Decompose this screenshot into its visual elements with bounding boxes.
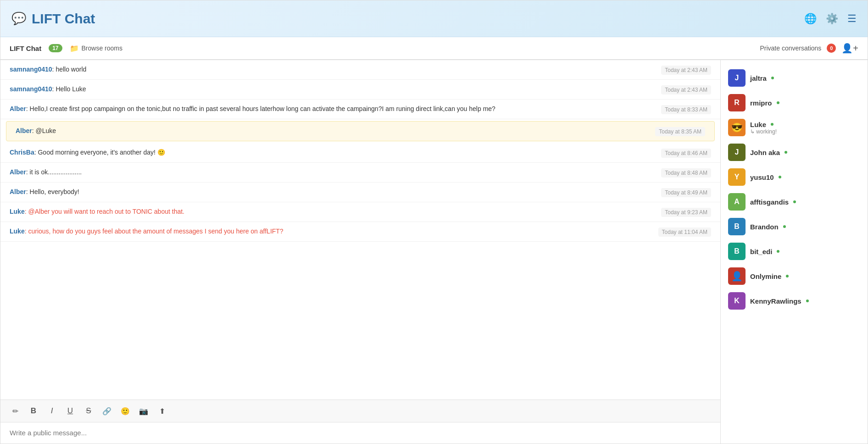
message-text: : Good morning everyone, it's another da…: [34, 149, 165, 156]
toolbar-upload-button[interactable]: ⬆: [155, 404, 169, 418]
user-name: bit_edi: [750, 248, 772, 255]
message-text: : hello world: [52, 66, 87, 73]
user-item-yusu10[interactable]: Yyusu10: [721, 165, 868, 189]
user-status: ↳ working!: [750, 128, 860, 135]
user-item-kennyrawlings[interactable]: KKennyRawlings: [721, 289, 868, 313]
user-info: bit_edi: [750, 248, 860, 255]
user-info: KennyRawlings: [750, 297, 860, 305]
messages-list: samnang0410: hello worldToday at 2:43 AM…: [0, 60, 720, 400]
user-item-rmipro[interactable]: Rrmipro: [721, 90, 868, 115]
message-row: Alber: Hello,I create first pop campaing…: [0, 100, 720, 119]
message-text: : Hello Luke: [52, 85, 86, 93]
room-badge: 17: [49, 44, 62, 52]
online-indicator: [770, 122, 774, 127]
user-name: Luke: [750, 121, 766, 128]
message-author: Luke: [10, 228, 25, 235]
user-name: Onlymine: [750, 272, 781, 280]
message-timestamp: Today at 9:23 AM: [661, 208, 711, 217]
user-item-bit_edi[interactable]: Bbit_edi: [721, 239, 868, 264]
user-name: afftisgandis: [750, 198, 789, 206]
toolbar-pencil-button[interactable]: ✏: [8, 404, 22, 418]
message-text: : curious, how do you guys feel about th…: [25, 228, 284, 235]
menu-icon[interactable]: ☰: [847, 13, 857, 25]
message-row: ChrisBa: Good morning everyone, it's ano…: [0, 143, 720, 163]
globe-icon[interactable]: 🌐: [804, 13, 817, 25]
add-user-icon[interactable]: 👤+: [841, 43, 858, 54]
online-indicator: [778, 175, 782, 179]
message-author: samnang0410: [10, 85, 52, 93]
online-indicator: [782, 224, 787, 229]
online-indicator: [776, 249, 780, 254]
app-title: LIFT Chat: [32, 11, 95, 27]
main-content: samnang0410: hello worldToday at 2:43 AM…: [0, 60, 868, 444]
message-content: Luke: @Alber you will want to reach out …: [10, 207, 654, 216]
user-item-afftisgandis[interactable]: Aafftisgandis: [721, 189, 868, 214]
user-item-brandon[interactable]: BBrandon: [721, 214, 868, 239]
user-name: yusu10: [750, 173, 774, 181]
message-timestamp: Today at 8:49 AM: [661, 188, 711, 197]
header-left: 💬 LIFT Chat: [11, 11, 95, 27]
user-item-jaltra[interactable]: Jjaltra: [721, 66, 868, 90]
user-info: yusu10: [750, 173, 860, 181]
sub-header-left: LIFT Chat 17 📁 Browse rooms: [10, 44, 122, 53]
message-text: : @Alber you will want to reach out to T…: [25, 208, 184, 215]
user-info: rmipro: [750, 99, 860, 107]
message-input[interactable]: [10, 429, 711, 437]
user-avatar: Y: [728, 168, 746, 186]
user-name: rmipro: [750, 99, 772, 107]
message-text: : Hello, everybody!: [26, 188, 79, 195]
browse-rooms-button[interactable]: 📁 Browse rooms: [70, 44, 122, 53]
user-info: Luke↳ working!: [750, 121, 860, 135]
user-avatar: R: [728, 94, 746, 111]
message-content: ChrisBa: Good morning everyone, it's ano…: [10, 148, 654, 157]
online-indicator: [770, 76, 775, 80]
sidebar: JjaltraRrmipro😎Luke↳ working!JJohn akaYy…: [721, 60, 868, 444]
app-container: 💬 LIFT Chat 🌐 ⚙️ ☰ LIFT Chat 17 📁 Browse…: [0, 0, 868, 444]
gear-icon[interactable]: ⚙️: [826, 13, 838, 25]
browse-rooms-icon: 📁: [70, 44, 79, 53]
user-name: KennyRawlings: [750, 297, 801, 305]
toolbar-camera-button[interactable]: 📷: [136, 404, 151, 418]
user-item-luke[interactable]: 😎Luke↳ working!: [721, 115, 868, 140]
message-author: samnang0410: [10, 66, 52, 73]
user-info: afftisgandis: [750, 198, 860, 206]
user-item-johnaka[interactable]: JJohn aka: [721, 140, 868, 165]
user-avatar: A: [728, 193, 746, 211]
toolbar-link-button[interactable]: 🔗: [100, 404, 114, 418]
message-content: samnang0410: hello world: [10, 65, 654, 74]
message-row: Luke: @Alber you will want to reach out …: [0, 202, 720, 222]
message-author: Luke: [10, 208, 25, 215]
message-content: Alber: Hello, everybody!: [10, 187, 654, 197]
online-indicator: [785, 274, 790, 278]
message-author: Alber: [10, 105, 26, 112]
browse-rooms-label: Browse rooms: [82, 44, 122, 52]
message-timestamp: Today at 2:43 AM: [661, 85, 711, 94]
message-text: : Hello,I create first pop campaingn on …: [26, 105, 495, 112]
message-content: Alber: it is ok...................: [10, 167, 654, 177]
toolbar-underline-button[interactable]: U: [63, 404, 78, 418]
toolbar-emoji-button[interactable]: 🙂: [118, 404, 133, 418]
user-name: Brandon: [750, 223, 779, 231]
message-author: Alber: [10, 168, 26, 176]
message-text: : it is ok...................: [26, 168, 82, 176]
toolbar-bold-button[interactable]: B: [26, 404, 41, 418]
message-content: Alber: @Luke: [16, 126, 648, 136]
message-timestamp: Today at 8:46 AM: [661, 149, 711, 158]
chat-bubble-icon: 💬: [11, 11, 26, 26]
user-info: Onlymine: [750, 272, 860, 280]
toolbar-strikethrough-button[interactable]: S: [81, 404, 96, 418]
user-avatar: 👤: [728, 267, 746, 285]
user-item-onlymine[interactable]: 👤Onlymine: [721, 264, 868, 289]
message-timestamp: Today at 8:35 AM: [655, 127, 705, 136]
message-row: samnang0410: hello worldToday at 2:43 AM: [0, 60, 720, 80]
user-info: John aka: [750, 149, 860, 156]
message-author: ChrisBa: [10, 149, 34, 156]
private-conversations-badge: 0: [827, 44, 836, 53]
message-author: Alber: [16, 127, 32, 134]
header-right: 🌐 ⚙️ ☰: [804, 13, 857, 25]
message-row: Alber: Hello, everybody!Today at 8:49 AM: [0, 183, 720, 202]
message-content: Luke: curious, how do you guys feel abou…: [10, 227, 651, 236]
toolbar-italic-button[interactable]: I: [45, 404, 59, 418]
message-timestamp: Today at 8:48 AM: [661, 168, 711, 178]
message-row: samnang0410: Hello LukeToday at 2:43 AM: [0, 80, 720, 100]
